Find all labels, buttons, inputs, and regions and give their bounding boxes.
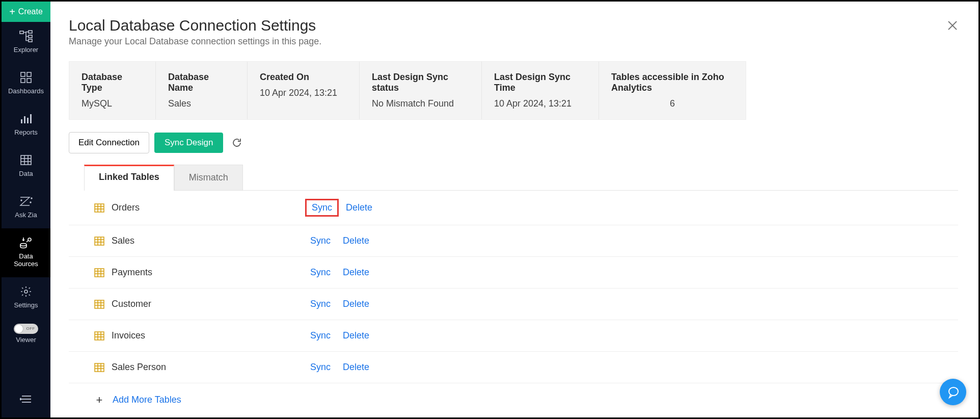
connection-info-bar: Database Type MySQL Database Name Sales … bbox=[69, 61, 746, 120]
info-db-type-header: Database Type bbox=[81, 72, 143, 93]
tab-mismatch[interactable]: Mismatch bbox=[174, 165, 243, 190]
svg-point-17 bbox=[21, 200, 22, 201]
info-db-type-value: MySQL bbox=[81, 98, 143, 109]
sync-link[interactable]: Sync bbox=[305, 328, 336, 343]
sync-design-button[interactable]: Sync Design bbox=[154, 133, 223, 153]
sync-link[interactable]: Sync bbox=[305, 265, 336, 280]
delete-link[interactable]: Delete bbox=[343, 330, 369, 341]
svg-rect-33 bbox=[95, 237, 104, 245]
sidebar-item-label: Ask Zia bbox=[15, 212, 37, 219]
close-button[interactable] bbox=[947, 20, 958, 31]
svg-rect-38 bbox=[95, 269, 104, 277]
sidebar-item-data[interactable]: Data bbox=[2, 146, 50, 187]
info-created-value: 10 Apr 2024, 13:21 bbox=[260, 88, 347, 98]
collapse-sidebar-button[interactable] bbox=[2, 389, 50, 409]
delete-link[interactable]: Delete bbox=[343, 299, 369, 309]
table-row: Invoices Sync Delete bbox=[69, 320, 958, 352]
tabs: Linked Tables Mismatch bbox=[84, 165, 958, 191]
create-label: Create bbox=[18, 7, 43, 16]
table-icon bbox=[94, 363, 104, 372]
table-name: Invoices bbox=[112, 330, 305, 341]
sidebar-item-reports[interactable]: Reports bbox=[2, 104, 50, 146]
plus-icon: + bbox=[9, 7, 15, 17]
chat-button[interactable] bbox=[940, 379, 966, 405]
svg-rect-0 bbox=[20, 31, 23, 34]
delete-link[interactable]: Delete bbox=[346, 202, 372, 213]
svg-rect-2 bbox=[29, 35, 32, 38]
svg-point-19 bbox=[31, 198, 32, 199]
askzia-icon bbox=[19, 194, 33, 208]
sidebar-item-askzia[interactable]: Ask Zia bbox=[2, 187, 50, 228]
svg-point-20 bbox=[20, 243, 26, 246]
reports-icon bbox=[19, 112, 33, 126]
sidebar-item-label: Data bbox=[19, 170, 33, 178]
table-name: Sales Person bbox=[112, 362, 305, 373]
info-db-name-value: Sales bbox=[168, 98, 235, 109]
sidebar-item-label: Data Sources bbox=[14, 253, 38, 268]
info-tables-value: 6 bbox=[670, 98, 675, 109]
sync-link[interactable]: Sync bbox=[305, 199, 339, 217]
info-sync-time-header: Last Design Sync Time bbox=[494, 72, 586, 93]
info-tables-header: Tables accessible in Zoho Analytics bbox=[611, 72, 733, 93]
add-more-tables-row: + Add More Tables bbox=[69, 383, 958, 405]
svg-rect-9 bbox=[24, 116, 25, 123]
svg-rect-28 bbox=[95, 204, 104, 212]
table-name: Customer bbox=[112, 299, 305, 309]
info-sync-status-header: Last Design Sync status bbox=[372, 72, 469, 93]
svg-rect-48 bbox=[95, 332, 104, 340]
explorer-icon bbox=[19, 29, 33, 43]
svg-rect-5 bbox=[27, 72, 31, 76]
svg-rect-12 bbox=[21, 155, 31, 165]
sync-link[interactable]: Sync bbox=[305, 360, 336, 375]
svg-point-22 bbox=[24, 290, 28, 293]
sidebar-item-explorer[interactable]: Explorer bbox=[2, 22, 50, 63]
svg-rect-7 bbox=[27, 78, 31, 83]
svg-rect-43 bbox=[95, 300, 104, 308]
info-db-name-header: Database Name bbox=[168, 72, 235, 93]
sync-link[interactable]: Sync bbox=[305, 297, 336, 311]
table-name: Sales bbox=[112, 235, 305, 246]
table-row: Sales Sync Delete bbox=[69, 225, 958, 257]
sidebar-item-label: Reports bbox=[14, 129, 38, 137]
add-more-tables-link[interactable]: Add More Tables bbox=[113, 395, 181, 405]
toggle-state: OFF bbox=[26, 326, 36, 331]
plus-icon: + bbox=[94, 395, 104, 405]
main-content: Local Database Connection Settings Manag… bbox=[50, 2, 978, 417]
sidebar: + Create Explorer Dashboards bbox=[2, 2, 50, 417]
svg-rect-8 bbox=[21, 119, 22, 123]
svg-point-18 bbox=[30, 202, 31, 203]
page-subtitle: Manage your Local Database connection se… bbox=[69, 36, 958, 47]
delete-link[interactable]: Delete bbox=[343, 362, 369, 373]
table-name: Orders bbox=[112, 202, 305, 213]
table-icon bbox=[94, 203, 104, 213]
refresh-icon[interactable] bbox=[231, 137, 242, 148]
svg-rect-4 bbox=[21, 72, 25, 76]
edit-connection-button[interactable]: Edit Connection bbox=[69, 132, 149, 153]
table-row: Orders Sync Delete bbox=[69, 191, 958, 225]
viewer-toggle[interactable]: OFF bbox=[14, 324, 38, 334]
sidebar-item-settings[interactable]: Settings bbox=[2, 277, 50, 319]
table-icon bbox=[94, 331, 104, 341]
table-row: Customer Sync Delete bbox=[69, 289, 958, 320]
table-icon bbox=[94, 268, 104, 277]
create-button[interactable]: + Create bbox=[2, 2, 50, 22]
viewer-label: Viewer bbox=[16, 336, 36, 344]
svg-rect-3 bbox=[29, 39, 32, 42]
table-row: Payments Sync Delete bbox=[69, 257, 958, 289]
svg-rect-10 bbox=[27, 118, 29, 123]
data-icon bbox=[19, 153, 33, 167]
delete-link[interactable]: Delete bbox=[343, 235, 369, 246]
sync-link[interactable]: Sync bbox=[305, 233, 336, 248]
linked-tables-list: Orders Sync Delete Sales Sync Delete Pay… bbox=[69, 191, 958, 383]
delete-link[interactable]: Delete bbox=[343, 267, 369, 278]
viewer-toggle-row: OFF Viewer bbox=[14, 324, 38, 344]
sidebar-item-label: Settings bbox=[14, 302, 38, 309]
sidebar-item-datasources[interactable]: Data Sources bbox=[2, 228, 50, 277]
svg-point-21 bbox=[28, 238, 31, 241]
svg-rect-53 bbox=[95, 363, 104, 372]
table-icon bbox=[94, 300, 104, 309]
tab-linked-tables[interactable]: Linked Tables bbox=[84, 165, 174, 191]
sidebar-item-dashboards[interactable]: Dashboards bbox=[2, 63, 50, 104]
info-sync-time-value: 10 Apr 2024, 13:21 bbox=[494, 98, 586, 109]
table-name: Payments bbox=[112, 267, 305, 278]
